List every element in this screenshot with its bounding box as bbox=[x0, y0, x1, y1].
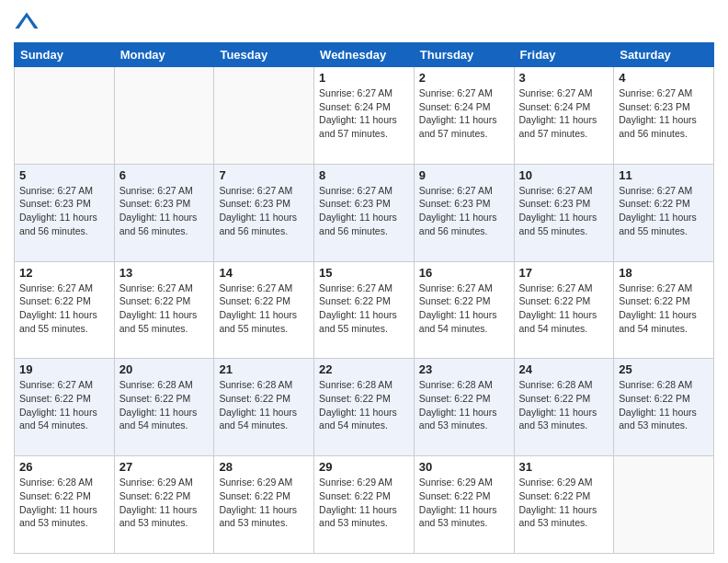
day-number: 17 bbox=[519, 266, 609, 280]
day-info: Sunrise: 6:27 AM Sunset: 6:23 PM Dayligh… bbox=[519, 184, 609, 238]
calendar-week-row: 19Sunrise: 6:27 AM Sunset: 6:22 PM Dayli… bbox=[15, 359, 714, 456]
day-info: Sunrise: 6:27 AM Sunset: 6:24 PM Dayligh… bbox=[519, 86, 609, 141]
day-number: 30 bbox=[419, 460, 509, 474]
logo-icon bbox=[14, 9, 40, 35]
calendar-header-thursday: Thursday bbox=[414, 43, 514, 67]
day-info: Sunrise: 6:27 AM Sunset: 6:22 PM Dayligh… bbox=[619, 184, 709, 238]
calendar-cell: 6Sunrise: 6:27 AM Sunset: 6:23 PM Daylig… bbox=[114, 164, 214, 261]
day-number: 15 bbox=[319, 266, 409, 280]
calendar-header-wednesday: Wednesday bbox=[314, 43, 415, 67]
calendar-cell: 28Sunrise: 6:29 AM Sunset: 6:22 PM Dayli… bbox=[214, 456, 314, 554]
day-info: Sunrise: 6:27 AM Sunset: 6:22 PM Dayligh… bbox=[219, 282, 309, 336]
calendar-cell: 15Sunrise: 6:27 AM Sunset: 6:22 PM Dayli… bbox=[314, 261, 415, 359]
calendar-cell: 29Sunrise: 6:29 AM Sunset: 6:22 PM Dayli… bbox=[314, 456, 415, 554]
day-info: Sunrise: 6:29 AM Sunset: 6:22 PM Dayligh… bbox=[219, 476, 309, 530]
logo bbox=[14, 9, 43, 35]
day-info: Sunrise: 6:27 AM Sunset: 6:24 PM Dayligh… bbox=[319, 86, 409, 141]
day-number: 29 bbox=[319, 460, 409, 474]
calendar-table: SundayMondayTuesdayWednesdayThursdayFrid… bbox=[14, 42, 714, 554]
day-number: 27 bbox=[119, 460, 210, 474]
day-info: Sunrise: 6:27 AM Sunset: 6:23 PM Dayligh… bbox=[219, 184, 309, 238]
calendar-cell: 4Sunrise: 6:27 AM Sunset: 6:23 PM Daylig… bbox=[614, 67, 714, 165]
calendar-cell: 5Sunrise: 6:27 AM Sunset: 6:23 PM Daylig… bbox=[15, 164, 115, 261]
calendar-cell bbox=[614, 456, 714, 554]
calendar-week-row: 12Sunrise: 6:27 AM Sunset: 6:22 PM Dayli… bbox=[15, 261, 714, 359]
day-info: Sunrise: 6:28 AM Sunset: 6:22 PM Dayligh… bbox=[319, 378, 409, 432]
day-info: Sunrise: 6:27 AM Sunset: 6:22 PM Dayligh… bbox=[19, 282, 109, 336]
day-number: 19 bbox=[19, 362, 109, 376]
day-number: 20 bbox=[119, 362, 210, 376]
day-number: 8 bbox=[319, 168, 409, 182]
calendar-cell: 13Sunrise: 6:27 AM Sunset: 6:22 PM Dayli… bbox=[114, 261, 214, 359]
calendar-cell: 11Sunrise: 6:27 AM Sunset: 6:22 PM Dayli… bbox=[614, 164, 714, 261]
page: SundayMondayTuesdayWednesdayThursdayFrid… bbox=[0, 0, 728, 563]
calendar-cell: 1Sunrise: 6:27 AM Sunset: 6:24 PM Daylig… bbox=[314, 67, 415, 165]
day-number: 2 bbox=[419, 71, 509, 85]
calendar-cell bbox=[114, 67, 214, 165]
calendar-cell: 27Sunrise: 6:29 AM Sunset: 6:22 PM Dayli… bbox=[114, 456, 214, 554]
day-info: Sunrise: 6:29 AM Sunset: 6:22 PM Dayligh… bbox=[119, 476, 210, 530]
day-info: Sunrise: 6:28 AM Sunset: 6:22 PM Dayligh… bbox=[219, 378, 309, 432]
day-number: 12 bbox=[19, 266, 109, 280]
day-info: Sunrise: 6:27 AM Sunset: 6:22 PM Dayligh… bbox=[19, 378, 109, 432]
calendar-cell: 21Sunrise: 6:28 AM Sunset: 6:22 PM Dayli… bbox=[214, 359, 314, 456]
calendar-cell: 25Sunrise: 6:28 AM Sunset: 6:22 PM Dayli… bbox=[614, 359, 714, 456]
day-info: Sunrise: 6:28 AM Sunset: 6:22 PM Dayligh… bbox=[419, 378, 509, 432]
day-info: Sunrise: 6:28 AM Sunset: 6:22 PM Dayligh… bbox=[619, 378, 709, 432]
calendar-cell bbox=[15, 67, 115, 165]
calendar-cell: 12Sunrise: 6:27 AM Sunset: 6:22 PM Dayli… bbox=[15, 261, 115, 359]
day-number: 14 bbox=[219, 266, 309, 280]
calendar-cell: 30Sunrise: 6:29 AM Sunset: 6:22 PM Dayli… bbox=[414, 456, 514, 554]
calendar-week-row: 26Sunrise: 6:28 AM Sunset: 6:22 PM Dayli… bbox=[15, 456, 714, 554]
calendar-cell: 2Sunrise: 6:27 AM Sunset: 6:24 PM Daylig… bbox=[414, 67, 514, 165]
day-info: Sunrise: 6:27 AM Sunset: 6:24 PM Dayligh… bbox=[419, 86, 509, 141]
day-info: Sunrise: 6:27 AM Sunset: 6:23 PM Dayligh… bbox=[419, 184, 509, 238]
calendar-cell: 3Sunrise: 6:27 AM Sunset: 6:24 PM Daylig… bbox=[514, 67, 614, 165]
day-info: Sunrise: 6:29 AM Sunset: 6:22 PM Dayligh… bbox=[319, 476, 409, 530]
calendar-week-row: 5Sunrise: 6:27 AM Sunset: 6:23 PM Daylig… bbox=[15, 164, 714, 261]
day-info: Sunrise: 6:27 AM Sunset: 6:23 PM Dayligh… bbox=[119, 184, 210, 238]
day-number: 23 bbox=[419, 362, 509, 376]
calendar-header-tuesday: Tuesday bbox=[214, 43, 314, 67]
day-number: 13 bbox=[119, 266, 210, 280]
day-number: 4 bbox=[619, 71, 709, 85]
calendar-header-sunday: Sunday bbox=[15, 43, 115, 67]
day-number: 28 bbox=[219, 460, 309, 474]
calendar-cell: 19Sunrise: 6:27 AM Sunset: 6:22 PM Dayli… bbox=[15, 359, 115, 456]
day-info: Sunrise: 6:28 AM Sunset: 6:22 PM Dayligh… bbox=[119, 378, 210, 432]
calendar-header-friday: Friday bbox=[514, 43, 614, 67]
day-number: 11 bbox=[619, 168, 709, 182]
day-info: Sunrise: 6:28 AM Sunset: 6:22 PM Dayligh… bbox=[519, 378, 609, 432]
day-number: 3 bbox=[519, 71, 609, 85]
day-number: 24 bbox=[519, 362, 609, 376]
calendar-cell: 14Sunrise: 6:27 AM Sunset: 6:22 PM Dayli… bbox=[214, 261, 314, 359]
day-info: Sunrise: 6:27 AM Sunset: 6:22 PM Dayligh… bbox=[119, 282, 210, 336]
calendar-week-row: 1Sunrise: 6:27 AM Sunset: 6:24 PM Daylig… bbox=[15, 67, 714, 165]
day-number: 7 bbox=[219, 168, 309, 182]
day-number: 21 bbox=[219, 362, 309, 376]
day-info: Sunrise: 6:27 AM Sunset: 6:22 PM Dayligh… bbox=[319, 282, 409, 336]
day-info: Sunrise: 6:27 AM Sunset: 6:23 PM Dayligh… bbox=[319, 184, 409, 238]
calendar-cell: 23Sunrise: 6:28 AM Sunset: 6:22 PM Dayli… bbox=[414, 359, 514, 456]
day-number: 6 bbox=[119, 168, 210, 182]
calendar-cell: 10Sunrise: 6:27 AM Sunset: 6:23 PM Dayli… bbox=[514, 164, 614, 261]
calendar-cell: 17Sunrise: 6:27 AM Sunset: 6:22 PM Dayli… bbox=[514, 261, 614, 359]
day-number: 9 bbox=[419, 168, 509, 182]
day-number: 10 bbox=[519, 168, 609, 182]
calendar-cell: 24Sunrise: 6:28 AM Sunset: 6:22 PM Dayli… bbox=[514, 359, 614, 456]
calendar-cell: 22Sunrise: 6:28 AM Sunset: 6:22 PM Dayli… bbox=[314, 359, 415, 456]
calendar-cell: 31Sunrise: 6:29 AM Sunset: 6:22 PM Dayli… bbox=[514, 456, 614, 554]
day-info: Sunrise: 6:27 AM Sunset: 6:22 PM Dayligh… bbox=[619, 282, 709, 336]
day-number: 1 bbox=[319, 71, 409, 85]
day-info: Sunrise: 6:29 AM Sunset: 6:22 PM Dayligh… bbox=[519, 476, 609, 530]
day-number: 5 bbox=[19, 168, 109, 182]
day-info: Sunrise: 6:27 AM Sunset: 6:22 PM Dayligh… bbox=[419, 282, 509, 336]
day-info: Sunrise: 6:29 AM Sunset: 6:22 PM Dayligh… bbox=[419, 476, 509, 530]
calendar-header-saturday: Saturday bbox=[614, 43, 714, 67]
day-number: 16 bbox=[419, 266, 509, 280]
day-number: 25 bbox=[619, 362, 709, 376]
calendar-header-monday: Monday bbox=[114, 43, 214, 67]
day-info: Sunrise: 6:28 AM Sunset: 6:22 PM Dayligh… bbox=[19, 476, 109, 530]
calendar-cell: 7Sunrise: 6:27 AM Sunset: 6:23 PM Daylig… bbox=[214, 164, 314, 261]
day-number: 22 bbox=[319, 362, 409, 376]
